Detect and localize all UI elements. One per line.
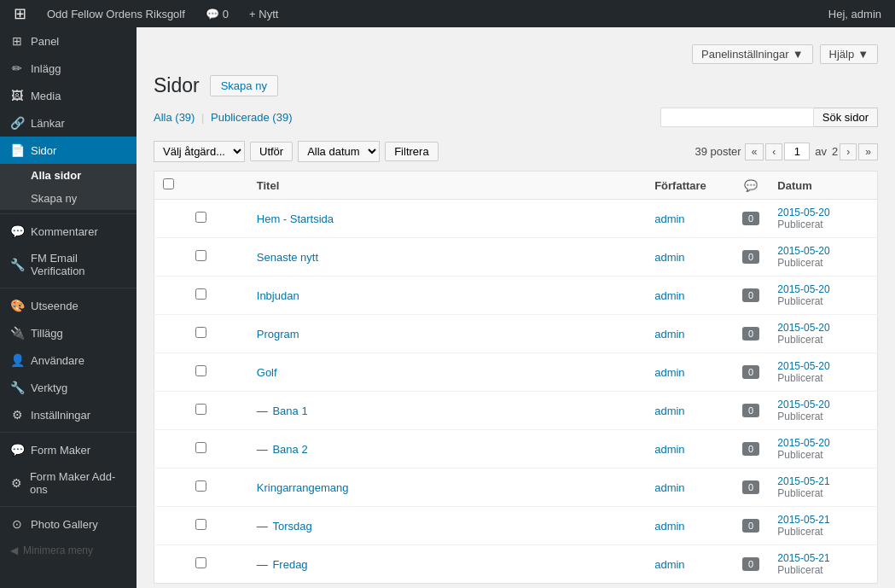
col-author-header[interactable]: Författare — [646, 172, 733, 200]
author-link[interactable]: admin — [654, 212, 684, 225]
author-link[interactable]: admin — [654, 558, 684, 571]
create-new-button[interactable]: Skapa ny — [210, 75, 278, 96]
minimize-menu[interactable]: ◀ Minimera meny — [0, 538, 137, 563]
sidebar-label-lankar: Länkar — [31, 117, 65, 130]
row-checkbox[interactable] — [195, 404, 206, 415]
row-date-cell: 2015-05-20 Publicerat — [769, 238, 877, 277]
panel-settings-chevron-icon: ▼ — [793, 48, 804, 61]
date-filter-select[interactable]: Alla datum — [298, 141, 380, 162]
execute-button[interactable]: Utför — [250, 142, 293, 161]
col-date-header[interactable]: Datum — [769, 172, 877, 200]
page-number-input[interactable] — [784, 143, 810, 160]
row-comment-cell: 0 — [733, 353, 769, 392]
select-all-checkbox[interactable] — [163, 178, 174, 189]
search-input[interactable] — [660, 108, 814, 127]
sidebar-item-media[interactable]: 🖼 Media — [0, 82, 137, 109]
sidebar-item-verktyg[interactable]: 🔧 Verktyg — [0, 374, 137, 401]
row-title-cell: Hem - Startsida — [248, 200, 646, 238]
row-checkbox[interactable] — [195, 519, 206, 530]
row-checkbox[interactable] — [195, 365, 206, 376]
row-checkbox-cell — [154, 277, 248, 315]
sidebar-item-form-maker-addons[interactable]: ⚙ Form Maker Add-ons — [0, 463, 137, 503]
page-title-link[interactable]: Golf — [257, 366, 277, 379]
page-title-link[interactable]: Senaste nytt — [257, 251, 318, 264]
greeting-item[interactable]: Hej, admin — [823, 0, 886, 27]
page-title-link[interactable]: Kringarrangemang — [257, 481, 349, 494]
filter-button[interactable]: Filtrera — [385, 142, 438, 161]
sidebar-item-fm-email[interactable]: 🔧 FM Email Verification — [0, 245, 137, 284]
author-link[interactable]: admin — [654, 328, 684, 341]
sidebar-item-tillagg[interactable]: 🔌 Tillägg — [0, 319, 137, 346]
fm-email-icon: 🔧 — [10, 258, 24, 271]
page-title-link[interactable]: Torsdag — [272, 520, 311, 533]
author-link[interactable]: admin — [654, 481, 684, 494]
page-title-link[interactable]: Inbjudan — [257, 289, 299, 302]
page-title-link[interactable]: Program — [257, 328, 299, 341]
filter-all-link[interactable]: Alla (39) — [154, 111, 198, 124]
sidebar-item-anvandare[interactable]: 👤 Användare — [0, 346, 137, 374]
row-checkbox[interactable] — [195, 480, 206, 492]
sidebar-label-photo-gallery: Photo Gallery — [31, 518, 98, 531]
author-link[interactable]: admin — [654, 405, 684, 417]
panel-settings-label: Panelinställningar — [701, 48, 789, 61]
row-title-cell: — Fredag — [248, 545, 646, 584]
sidebar-sub-skapa-ny[interactable]: Skapa ny — [0, 187, 137, 210]
date-text: 2015-05-21 — [777, 552, 869, 564]
author-link[interactable]: admin — [654, 251, 684, 264]
row-comment-cell: 0 — [733, 277, 769, 315]
sidebar-item-kommentarer[interactable]: 💬 Kommentarer — [0, 218, 137, 245]
page-title-link[interactable]: Bana 2 — [272, 443, 307, 456]
status-text: Publicerat — [777, 257, 869, 269]
wp-logo-item[interactable]: ⊞ — [9, 0, 32, 27]
sidebar: ⊞ Panel ✏ Inlägg 🖼 Media 🔗 Länkar 📄 Sido… — [0, 27, 137, 588]
sidebar-item-utseende[interactable]: 🎨 Utseende — [0, 292, 137, 319]
sidebar-item-sidor[interactable]: 📄 Sidor — [0, 137, 137, 164]
sidebar-item-lankar[interactable]: 🔗 Länkar — [0, 109, 137, 137]
first-page-button[interactable]: « — [745, 143, 764, 160]
row-checkbox[interactable] — [195, 557, 206, 568]
col-title-header[interactable]: Titel — [248, 172, 646, 200]
table-row: Golf admin 0 2015-05-20 Publicerat — [154, 353, 878, 392]
date-text: 2015-05-20 — [777, 207, 869, 218]
sidebar-item-installningar[interactable]: ⚙ Inställningar — [0, 401, 137, 428]
prev-page-button[interactable]: ‹ — [765, 143, 782, 160]
page-title-link[interactable]: Bana 1 — [272, 405, 307, 417]
status-text: Publicerat — [777, 487, 869, 499]
row-checkbox[interactable] — [195, 327, 206, 338]
author-link[interactable]: admin — [654, 289, 684, 302]
search-button[interactable]: Sök sidor — [814, 108, 878, 127]
author-link[interactable]: admin — [654, 366, 684, 379]
sidebar-item-photo-gallery[interactable]: ⊙ Photo Gallery — [0, 510, 137, 538]
sidebar-label-utseende: Utseende — [31, 300, 78, 312]
page-title-link[interactable]: Fredag — [272, 558, 307, 571]
row-checkbox[interactable] — [195, 288, 206, 300]
panel-settings-button[interactable]: Panelinställningar ▼ — [692, 44, 813, 64]
sidebar-item-panel[interactable]: ⊞ Panel — [0, 27, 137, 55]
table-row: Kringarrangemang admin 0 2015-05-21 Publ… — [154, 469, 878, 507]
comments-item[interactable]: 💬 0 — [201, 0, 234, 27]
new-item[interactable]: + Nytt — [244, 0, 283, 27]
date-text: 2015-05-21 — [777, 514, 869, 526]
bulk-action-select[interactable]: Välj åtgärd... — [154, 141, 245, 162]
row-checkbox[interactable] — [195, 442, 206, 453]
page-title-link[interactable]: Hem - Startsida — [257, 212, 334, 225]
row-checkbox[interactable] — [195, 212, 206, 223]
author-link[interactable]: admin — [654, 443, 684, 456]
table-row: — Torsdag admin 0 2015-05-21 Publicerat — [154, 507, 878, 545]
actions-bar: Välj åtgärd... Utför Alla datum Filtrera… — [154, 141, 878, 162]
site-name-item[interactable]: Odd Fellow Ordens Riksgolf — [42, 0, 190, 27]
author-link[interactable]: admin — [654, 520, 684, 533]
row-checkbox[interactable] — [195, 250, 206, 261]
row-author-cell: admin — [646, 430, 733, 469]
greeting-text: Hej, admin — [828, 8, 881, 20]
row-title-cell: — Bana 2 — [248, 430, 646, 469]
sidebar-item-form-maker[interactable]: 💬 Form Maker — [0, 436, 137, 463]
row-title-cell: Inbjudan — [248, 277, 646, 315]
filter-published-link[interactable]: Publicerade (39) — [211, 111, 292, 124]
sidebar-sub-alla-sidor[interactable]: Alla sidor — [0, 164, 137, 187]
last-page-button[interactable]: » — [858, 143, 878, 160]
sidebar-item-inlagg[interactable]: ✏ Inlägg — [0, 55, 137, 82]
help-button[interactable]: Hjälp ▼ — [820, 44, 879, 64]
next-page-button[interactable]: › — [840, 143, 857, 160]
row-checkbox-cell — [154, 238, 248, 277]
